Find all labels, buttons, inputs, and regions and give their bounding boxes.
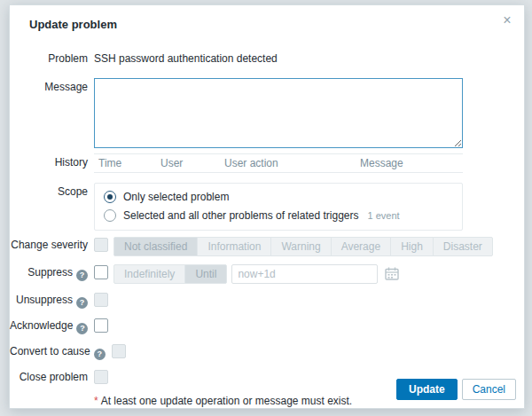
problem-label: Problem: [10, 50, 94, 65]
calendar-icon: [382, 264, 402, 284]
acknowledge-checkbox[interactable]: [94, 318, 108, 333]
required-note: *At least one update operation or messag…: [94, 393, 352, 407]
severity-warning-button: Warning: [270, 237, 331, 256]
message-label: Message: [10, 78, 94, 148]
suppress-checkbox[interactable]: [94, 265, 108, 279]
severity-information-button: Information: [197, 237, 271, 256]
history-label: History: [10, 153, 94, 173]
required-note-text: At least one update operation or message…: [101, 395, 353, 407]
scope-option-only-selected[interactable]: Only selected problem: [104, 191, 453, 203]
cancel-button[interactable]: Cancel: [462, 379, 516, 400]
suppress-time-input: [231, 264, 378, 284]
acknowledge-row: Acknowledge?: [10, 318, 506, 334]
severity-average-button: Average: [331, 237, 391, 256]
message-row: Message: [10, 78, 506, 148]
change-severity-label: Change severity: [10, 237, 94, 256]
event-count-text: 1 event: [367, 210, 399, 221]
suppress-row: Suppress? Indefinitely Until: [10, 264, 506, 284]
help-icon[interactable]: ?: [76, 270, 88, 281]
update-problem-form: Problem SSH password authentication dete…: [10, 31, 524, 407]
suppress-label: Suppress?: [10, 264, 94, 284]
help-icon[interactable]: ?: [76, 297, 88, 309]
history-col-time: Time: [94, 157, 160, 169]
problem-row: Problem SSH password authentication dete…: [10, 50, 506, 65]
scope-option-related-triggers[interactable]: Selected and all other problems of relat…: [104, 209, 453, 222]
severity-high-button: High: [390, 237, 434, 256]
scope-row: Scope Only selected problem Selected and…: [10, 183, 506, 231]
unsuppress-label: Unsuppress?: [10, 292, 94, 309]
suppress-mode-control: Indefinitely Until: [113, 264, 227, 284]
change-severity-checkbox: [94, 238, 108, 252]
convert-to-cause-checkbox: [112, 344, 126, 358]
radio-checked-icon: [104, 191, 116, 203]
history-col-user-action: User action: [224, 157, 360, 169]
history-col-user: User: [160, 157, 224, 169]
convert-to-cause-label: Convert to cause?: [10, 343, 112, 360]
acknowledge-label: Acknowledge?: [10, 318, 94, 334]
close-problem-label: Close problem: [10, 369, 94, 384]
update-problem-dialog: Update problem × Problem SSH password au…: [9, 4, 525, 409]
scope-options-box: Only selected problem Selected and all o…: [94, 183, 463, 231]
help-icon[interactable]: ?: [94, 349, 106, 360]
dialog-header: Update problem ×: [10, 5, 524, 31]
message-textarea[interactable]: [94, 78, 463, 148]
unsuppress-checkbox: [94, 293, 108, 307]
scope-option-label: Only selected problem: [123, 191, 229, 203]
severity-disaster-button: Disaster: [433, 237, 493, 256]
suppress-until-button: Until: [184, 264, 227, 284]
severity-not-classified-button: Not classified: [113, 237, 198, 256]
unsuppress-row: Unsuppress?: [10, 292, 506, 309]
problem-value: SSH password authentication detected: [94, 50, 278, 65]
history-col-message: Message: [360, 157, 463, 169]
suppress-indefinitely-button: Indefinitely: [113, 264, 185, 284]
required-asterisk: *: [94, 395, 98, 407]
history-table: Time User User action Message: [94, 153, 463, 173]
severity-segmented-control: Not classified Information Warning Avera…: [113, 237, 493, 256]
radio-unchecked-icon: [104, 209, 116, 222]
convert-to-cause-row: Convert to cause?: [10, 343, 506, 360]
history-row: History Time User User action Message: [10, 153, 506, 173]
close-problem-checkbox: [94, 370, 108, 384]
scope-option-label: Selected and all other problems of relat…: [123, 209, 358, 222]
change-severity-row: Change severity Not classified Informati…: [10, 237, 506, 256]
update-button[interactable]: Update: [396, 379, 458, 400]
dialog-title: Update problem: [29, 18, 117, 31]
help-icon[interactable]: ?: [76, 323, 88, 334]
close-icon[interactable]: ×: [499, 12, 515, 28]
note-spacer: [10, 393, 94, 407]
scope-label: Scope: [10, 183, 94, 231]
dialog-footer: Update Cancel: [396, 379, 516, 400]
